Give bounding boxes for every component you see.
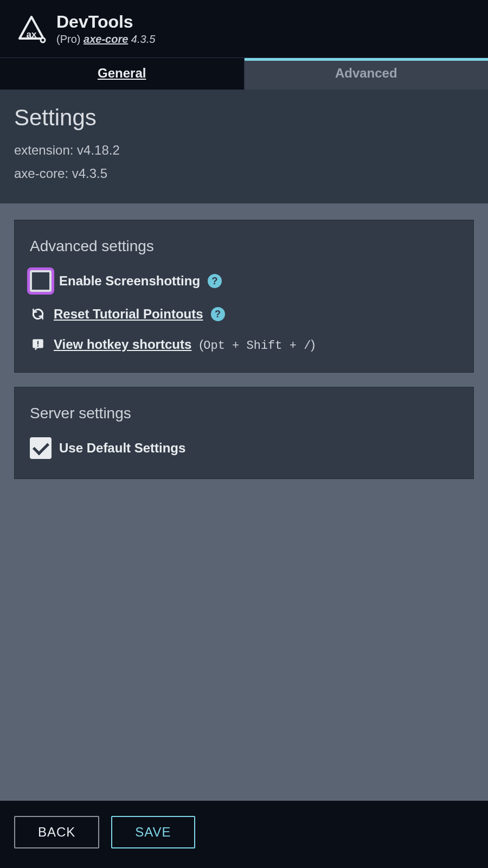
footer: BACK SAVE (0, 801, 488, 868)
tab-general[interactable]: General (0, 58, 245, 90)
use-default-settings-checkbox[interactable] (30, 437, 52, 459)
enable-screenshotting-checkbox[interactable] (30, 270, 52, 292)
reset-tutorial-row: Reset Tutorial Pointouts ? (30, 306, 458, 322)
use-default-settings-label: Use Default Settings (59, 441, 185, 456)
axecore-version: axe-core: v4.3.5 (14, 162, 474, 185)
axe-logo-icon: ax (16, 14, 47, 44)
enable-screenshotting-row: Enable Screenshotting ? (30, 270, 458, 292)
settings-header: Settings extension: v4.18.2 axe-core: v4… (0, 90, 488, 203)
announcement-icon (30, 336, 46, 353)
help-icon[interactable]: ? (208, 274, 222, 288)
axe-core-link[interactable]: axe-core (84, 33, 128, 45)
save-button[interactable]: SAVE (111, 816, 195, 848)
tab-advanced[interactable]: Advanced (245, 58, 489, 90)
app-title: DevTools (56, 12, 155, 32)
help-icon[interactable]: ? (211, 307, 225, 321)
hotkey-shortcuts-link[interactable]: View hotkey shortcuts (54, 337, 191, 352)
use-default-settings-row: Use Default Settings (30, 437, 458, 459)
svg-text:ax: ax (27, 29, 37, 40)
svg-point-1 (41, 38, 45, 42)
extension-version: extension: v4.18.2 (14, 138, 474, 162)
back-button[interactable]: BACK (14, 816, 99, 848)
app-header: ax DevTools (Pro) axe-core 4.3.5 (0, 0, 488, 58)
advanced-settings-card: Advanced settings Enable Screenshotting … (14, 220, 474, 373)
advanced-settings-title: Advanced settings (30, 238, 458, 255)
server-settings-card: Server settings Use Default Settings (14, 387, 474, 479)
reset-tutorial-link[interactable]: Reset Tutorial Pointouts (54, 307, 203, 322)
hotkey-combo: (Opt + Shift + /) (199, 337, 315, 353)
tabs: General Advanced (0, 58, 488, 90)
page-title: Settings (14, 105, 474, 131)
hotkey-shortcuts-row: View hotkey shortcuts (Opt + Shift + /) (30, 336, 458, 353)
content-area: Advanced settings Enable Screenshotting … (0, 203, 488, 801)
svg-rect-3 (37, 341, 38, 345)
enable-screenshotting-label: Enable Screenshotting (59, 273, 200, 289)
server-settings-title: Server settings (30, 405, 458, 422)
app-subtitle: (Pro) axe-core 4.3.5 (56, 33, 155, 46)
svg-rect-4 (37, 346, 38, 347)
refresh-icon (30, 306, 46, 322)
